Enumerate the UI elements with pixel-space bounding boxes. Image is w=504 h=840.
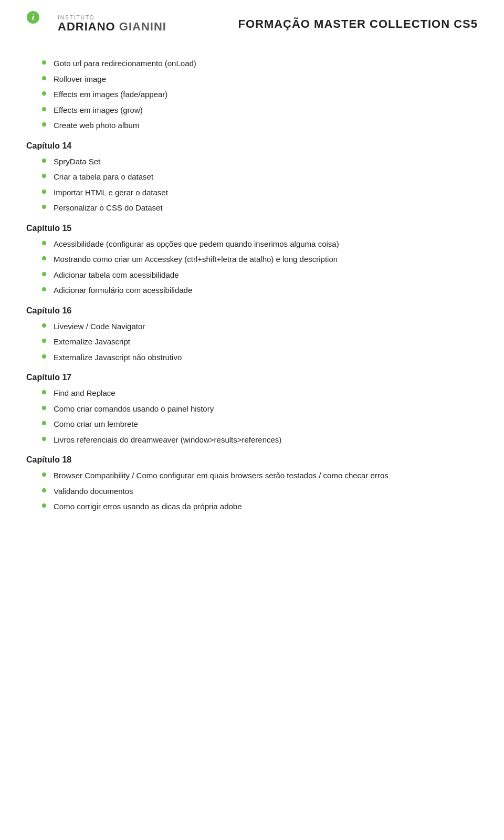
bullet-text: Adicionar formulário com acessibilidade — [54, 285, 192, 297]
list-item: Externalize Javascript não obstrutivo — [26, 352, 478, 364]
list-item: Importar HTML e gerar o dataset — [26, 187, 478, 199]
bullet-text: Create web photo album — [54, 120, 139, 132]
bullet-list-capitulo17: Find and ReplaceComo criar comandos usan… — [26, 387, 478, 446]
list-item: Browser Compatibility / Como configurar … — [26, 470, 478, 482]
list-item: Validando documentos — [26, 486, 478, 498]
bullet-dot-icon — [42, 107, 46, 111]
bullet-dot-icon — [42, 256, 46, 260]
chapter-heading-capitulo16: Capítulo 16 — [26, 306, 478, 316]
bullet-list-capitulo14: SpryData SetCriar a tabela para o datase… — [26, 156, 478, 214]
bullet-text: Livros referenciais do dreamweaver (wind… — [54, 434, 281, 446]
list-item: Criar a tabela para o dataset — [26, 171, 478, 183]
bullet-text: Externalize Javascript — [54, 336, 130, 348]
list-item: Adicionar tabela com acessibilidade — [26, 269, 478, 281]
list-item: Como corrigir erros usando as dicas da p… — [26, 501, 478, 513]
bullet-text: Externalize Javascript não obstrutivo — [54, 352, 182, 364]
bullet-dot-icon — [42, 503, 46, 508]
list-item: Effects em images (fade/appear) — [26, 89, 478, 101]
list-item: SpryData Set — [26, 156, 478, 168]
list-item: Acessibilidade (configurar as opções que… — [26, 238, 478, 250]
bullet-dot-icon — [42, 339, 46, 343]
bullet-dot-icon — [42, 272, 46, 276]
list-item: Liveview / Code Navigator — [26, 321, 478, 333]
bullet-text: Effects em images (fade/appear) — [54, 89, 167, 101]
bullet-text: Find and Replace — [54, 387, 116, 400]
list-item: Como criar um lembrete — [26, 418, 478, 430]
logo-name-label: ADRIANO GIANINI — [58, 20, 166, 33]
logo-icon: i — [26, 10, 54, 38]
list-item: Rollover image — [26, 74, 478, 86]
logo-text: INSTITUTO ADRIANO GIANINI — [58, 15, 166, 33]
bullet-text: Importar HTML e gerar o dataset — [54, 187, 168, 199]
bullet-text: Como criar um lembrete — [54, 418, 138, 430]
bullet-dot-icon — [42, 488, 46, 492]
svg-text:i: i — [32, 13, 35, 22]
bullet-dot-icon — [42, 406, 46, 410]
bullet-text: Goto url para redirecionamento (onLoad) — [54, 58, 196, 70]
bullet-text: Browser Compatibility / Como configurar … — [54, 470, 388, 482]
bullet-dot-icon — [42, 174, 46, 178]
bullet-text: SpryData Set — [54, 156, 100, 168]
bullet-text: Acessibilidade (configurar as opções que… — [54, 238, 339, 250]
chapter-heading-capitulo18: Capítulo 18 — [26, 455, 478, 465]
bullet-text: Effects em images (grow) — [54, 104, 143, 117]
bullet-list-capitulo15: Acessibilidade (configurar as opções que… — [26, 238, 478, 297]
bullet-text: Rollover image — [54, 74, 106, 86]
logo-area: i INSTITUTO ADRIANO GIANINI — [26, 10, 166, 38]
bullet-dot-icon — [42, 76, 46, 80]
bullet-dot-icon — [42, 354, 46, 359]
list-item: Como criar comandos usando o painel hist… — [26, 403, 478, 415]
bullet-text: Como corrigir erros usando as dicas da p… — [54, 501, 242, 513]
bullet-dot-icon — [42, 60, 46, 65]
list-item: Livros referenciais do dreamweaver (wind… — [26, 434, 478, 446]
bullet-dot-icon — [42, 122, 46, 127]
bullet-list-intro-bullets: Goto url para redirecionamento (onLoad)R… — [26, 58, 478, 132]
list-item: Goto url para redirecionamento (onLoad) — [26, 58, 478, 70]
logo-gianini: GIANINI — [119, 20, 166, 33]
page-container: i INSTITUTO ADRIANO GIANINI FORMAÇÃO MAS… — [0, 0, 504, 840]
bullet-dot-icon — [42, 205, 46, 209]
list-item: Find and Replace — [26, 387, 478, 400]
bullet-dot-icon — [42, 390, 46, 394]
header: i INSTITUTO ADRIANO GIANINI FORMAÇÃO MAS… — [26, 10, 478, 47]
bullet-text: Como criar comandos usando o painel hist… — [54, 403, 214, 415]
bullet-text: Mostrando como criar um Accesskey (ctrl+… — [54, 254, 338, 266]
bullet-text: Validando documentos — [54, 486, 133, 498]
bullet-dot-icon — [42, 421, 46, 425]
list-item: Create web photo album — [26, 120, 478, 132]
list-item: Effects em images (grow) — [26, 104, 478, 117]
bullet-dot-icon — [42, 323, 46, 328]
bullet-dot-icon — [42, 159, 46, 163]
list-item: Mostrando como criar um Accesskey (ctrl+… — [26, 254, 478, 266]
logo-adriano: ADRIANO — [58, 20, 116, 33]
list-item: Externalize Javascript — [26, 336, 478, 348]
bullet-text: Liveview / Code Navigator — [54, 321, 145, 333]
bullet-text: Criar a tabela para o dataset — [54, 171, 153, 183]
page-title: FORMAÇÃO MASTER COLLECTION CS5 — [238, 17, 478, 31]
chapter-heading-capitulo14: Capítulo 14 — [26, 141, 478, 151]
content-area: Goto url para redirecionamento (onLoad)R… — [26, 52, 478, 513]
bullet-text: Personalizar o CSS do Dataset — [54, 202, 163, 214]
bullet-dot-icon — [42, 241, 46, 245]
bullet-dot-icon — [42, 472, 46, 477]
bullet-dot-icon — [42, 91, 46, 96]
chapter-heading-capitulo17: Capítulo 17 — [26, 373, 478, 382]
list-item: Personalizar o CSS do Dataset — [26, 202, 478, 214]
bullet-dot-icon — [42, 437, 46, 441]
list-item: Adicionar formulário com acessibilidade — [26, 285, 478, 297]
bullet-list-capitulo16: Liveview / Code NavigatorExternalize Jav… — [26, 321, 478, 364]
bullet-dot-icon — [42, 190, 46, 194]
chapter-heading-capitulo15: Capítulo 15 — [26, 224, 478, 233]
bullet-text: Adicionar tabela com acessibilidade — [54, 269, 178, 281]
bullet-dot-icon — [42, 287, 46, 291]
bullet-list-capitulo18: Browser Compatibility / Como configurar … — [26, 470, 478, 513]
